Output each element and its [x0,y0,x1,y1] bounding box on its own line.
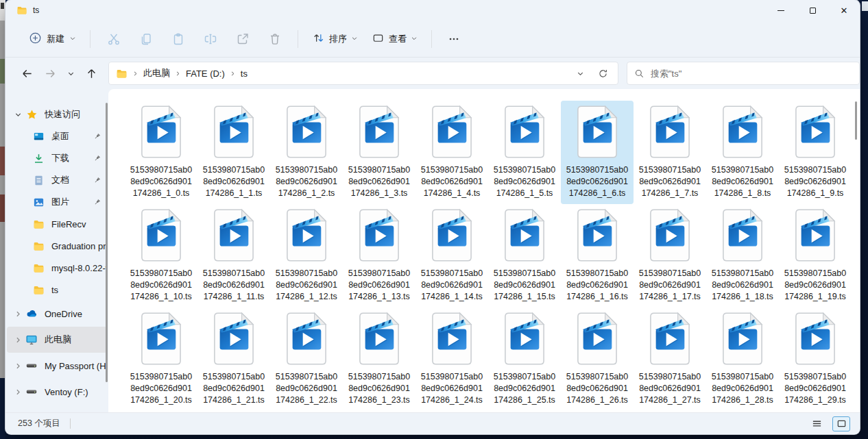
sidebar-item-pictures[interactable]: 图片 [7,191,107,213]
file-tile[interactable]: 5153980715ab0 8ed9c0626d901 174286_1_12.… [270,204,343,308]
minimize-button[interactable] [765,0,797,21]
file-tile[interactable]: 5153980715ab0 8ed9c0626d901 174286_1_4.t… [415,101,488,204]
details-view-icon[interactable] [808,416,825,431]
file-tile[interactable]: 5153980715ab0 8ed9c0626d901 174286_1_14.… [415,204,488,308]
sidebar-item-ventoy[interactable]: Ventoy (F:) [7,379,107,405]
sidebar-item-filerecv[interactable]: FileRecv [7,213,107,235]
folder-icon [16,5,27,16]
search-input[interactable] [651,68,852,79]
new-button-label: 新建 [47,33,64,45]
file-tile[interactable]: 5153980715ab0 8ed9c0626d901 174286_1_0.t… [125,101,197,204]
more-options-button[interactable] [439,27,469,51]
main-scrollbar[interactable] [855,101,857,140]
close-button[interactable]: ✕ [828,0,860,21]
recent-locations-chevron[interactable] [62,62,80,84]
video-file-icon [140,208,182,265]
file-tile[interactable]: 5153980715ab0 8ed9c0626d901 174286_1_16.… [561,204,634,308]
expand-chevron-icon[interactable] [11,362,25,370]
file-tile[interactable]: 5153980715ab0 8ed9c0626d901 174286_1_22.… [270,308,343,411]
sidebar-item-my-passport[interactable]: My Passport (H [7,353,107,379]
file-name: 5153980715ab0 8ed9c0626d901 174286_1_13.… [348,268,410,303]
view-button[interactable]: 查看 [365,27,424,51]
large-icons-view-icon[interactable] [832,416,850,431]
back-button[interactable] [15,62,38,84]
sidebar-item-onedrive[interactable]: OneDrive [7,301,107,327]
file-tile[interactable]: 5153980715ab0 8ed9c0626d901 174286_1_7.t… [634,101,706,204]
file-tile[interactable]: 5153980715ab0 8ed9c0626d901 174286_1_9.t… [779,101,852,204]
rename-button[interactable] [194,27,226,51]
file-tile[interactable]: 5153980715ab0 8ed9c0626d901 174286_1_5.t… [488,101,561,204]
video-file-icon [431,104,473,162]
sidebar-item-this-pc[interactable]: 此电脑 [7,327,107,353]
sidebar-item-graduation[interactable]: Graduation pr [7,235,107,257]
desktop-thumbnail [0,59,5,84]
status-bar: 253 个项目 [5,412,860,434]
folder-icon [32,261,45,275]
file-tile[interactable]: 5153980715ab0 8ed9c0626d901 174286_1_27.… [634,308,706,411]
video-file-icon [213,311,255,368]
file-tile[interactable]: 5153980715ab0 8ed9c0626d901 174286_1_2.t… [270,101,343,204]
download-icon [32,151,45,165]
file-tile[interactable]: 5153980715ab0 8ed9c0626d901 174286_1_13.… [343,204,415,308]
file-tile[interactable]: 5153980715ab0 8ed9c0626d901 174286_1_15.… [488,204,561,308]
video-file-icon [794,208,836,265]
folder-icon [32,217,45,231]
desktop-icon-fragment [0,0,5,21]
breadcrumb-item-fate-d[interactable]: FATE (D:) [170,68,225,79]
file-tile[interactable]: 5153980715ab0 8ed9c0626d901 174286_1_3.t… [343,101,415,204]
desktop-background [0,0,5,439]
up-button[interactable] [80,62,103,84]
new-button[interactable]: 新建 [22,27,83,51]
sort-button[interactable]: 排序 [305,27,365,51]
file-name: 5153980715ab0 8ed9c0626d901 174286_1_14.… [421,268,483,303]
copy-button[interactable] [130,27,162,51]
file-tile[interactable]: 5153980715ab0 8ed9c0626d901 174286_1_20.… [125,308,197,411]
forward-button[interactable] [38,62,62,84]
expand-chevron-icon[interactable] [11,111,25,118]
file-tile[interactable]: 5153980715ab0 8ed9c0626d901 174286_1_21.… [197,308,270,411]
sidebar-scrollbar[interactable] [106,103,108,382]
address-bar[interactable]: 此电脑 FATE (D:) ts [108,62,618,85]
expand-chevron-icon[interactable] [11,388,25,396]
address-dropdown-chevron[interactable] [577,70,584,77]
file-tile[interactable]: 5153980715ab0 8ed9c0626d901 174286_1_6.t… [561,101,634,204]
file-tile[interactable]: 5153980715ab0 8ed9c0626d901 174286_1_10.… [125,204,197,308]
file-tile[interactable]: 5153980715ab0 8ed9c0626d901 174286_1_8.t… [706,101,779,204]
search-box[interactable] [627,62,860,85]
file-name: 5153980715ab0 8ed9c0626d901 174286_1_12.… [276,268,337,303]
sidebar-item-mysql[interactable]: mysql-8.0.22-w [7,257,107,279]
file-tile[interactable]: 5153980715ab0 8ed9c0626d901 174286_1_26.… [561,308,634,411]
expand-chevron-icon[interactable] [11,310,25,318]
maximize-button[interactable] [797,0,828,21]
file-tile[interactable]: 5153980715ab0 8ed9c0626d901 174286_1_1.t… [197,101,270,204]
expand-chevron-icon[interactable] [11,336,25,344]
computer-icon [25,333,38,347]
breadcrumb-item-this-pc[interactable]: 此电脑 [128,67,170,79]
share-button[interactable] [226,27,258,51]
sidebar-item-downloads[interactable]: 下载 [7,147,107,169]
file-tile[interactable]: 5153980715ab0 8ed9c0626d901 174286_1_24.… [415,308,488,411]
sidebar-item-desktop[interactable]: 桌面 [7,125,107,147]
file-tile[interactable]: 5153980715ab0 8ed9c0626d901 174286_1_25.… [488,308,561,411]
file-name: 5153980715ab0 8ed9c0626d901 174286_1_8.t… [712,164,773,199]
file-tile[interactable]: 5153980715ab0 8ed9c0626d901 174286_1_18.… [706,204,779,308]
file-tile[interactable]: 5153980715ab0 8ed9c0626d901 174286_1_11.… [197,204,270,308]
sidebar-item-ts[interactable]: ts [7,279,107,301]
file-tile[interactable]: 5153980715ab0 8ed9c0626d901 174286_1_23.… [343,308,415,411]
breadcrumb-item-ts[interactable]: ts [225,68,248,79]
file-tile[interactable]: 5153980715ab0 8ed9c0626d901 174286_1_29.… [779,308,852,411]
cut-button[interactable] [97,27,130,51]
star-icon [25,108,38,121]
paste-button[interactable] [162,27,194,51]
file-name: 5153980715ab0 8ed9c0626d901 174286_1_28.… [712,371,773,406]
file-tile[interactable]: 5153980715ab0 8ed9c0626d901 174286_1_28.… [706,308,779,411]
file-name: 5153980715ab0 8ed9c0626d901 174286_1_26.… [566,371,628,406]
refresh-icon[interactable] [598,68,608,79]
video-file-icon [721,104,764,162]
file-tile[interactable]: 5153980715ab0 8ed9c0626d901 174286_1_19.… [779,204,852,308]
navigation-pane: 快速访问 桌面 下载 文档 图片 FileRecv [5,89,108,412]
sidebar-item-documents[interactable]: 文档 [7,169,107,191]
file-tile[interactable]: 5153980715ab0 8ed9c0626d901 174286_1_17.… [634,204,706,308]
sidebar-item-quick-access[interactable]: 快速访问 [7,103,107,125]
delete-button[interactable] [258,27,291,51]
